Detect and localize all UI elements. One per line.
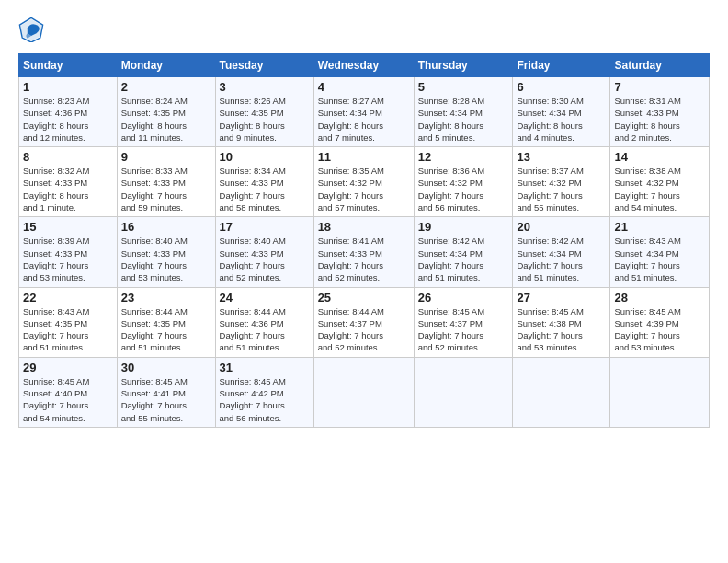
day-number: 27: [517, 291, 606, 304]
day-cell: 14Sunrise: 8:38 AM Sunset: 4:32 PM Dayli…: [610, 147, 710, 217]
day-number: 10: [220, 150, 310, 164]
day-number: 7: [614, 80, 705, 94]
day-detail: Sunrise: 8:34 AM Sunset: 4:33 PM Dayligh…: [220, 165, 310, 213]
calendar-table: SundayMondayTuesdayWednesdayThursdayFrid…: [18, 53, 710, 428]
day-number: 22: [23, 291, 113, 304]
day-cell: 27Sunrise: 8:45 AM Sunset: 4:38 PM Dayli…: [513, 287, 610, 357]
day-number: 11: [318, 150, 410, 164]
day-cell: 1Sunrise: 8:23 AM Sunset: 4:36 PM Daylig…: [19, 77, 118, 147]
day-cell: 4Sunrise: 8:27 AM Sunset: 4:34 PM Daylig…: [313, 77, 414, 147]
day-number: 12: [418, 150, 509, 164]
day-number: 3: [220, 80, 310, 94]
day-detail: Sunrise: 8:45 AM Sunset: 4:42 PM Dayligh…: [220, 375, 310, 424]
day-detail: Sunrise: 8:28 AM Sunset: 4:34 PM Dayligh…: [418, 95, 509, 144]
col-header-wednesday: Wednesday: [313, 54, 414, 77]
day-cell: 29Sunrise: 8:45 AM Sunset: 4:40 PM Dayli…: [19, 357, 118, 427]
day-detail: Sunrise: 8:30 AM Sunset: 4:34 PM Dayligh…: [517, 95, 606, 144]
week-row-1: 1Sunrise: 8:23 AM Sunset: 4:36 PM Daylig…: [19, 77, 710, 147]
week-row-3: 15Sunrise: 8:39 AM Sunset: 4:33 PM Dayli…: [19, 217, 710, 287]
day-cell: 25Sunrise: 8:44 AM Sunset: 4:37 PM Dayli…: [313, 287, 414, 357]
day-cell: 8Sunrise: 8:32 AM Sunset: 4:33 PM Daylig…: [19, 147, 118, 217]
day-number: 4: [318, 80, 410, 94]
day-cell: 22Sunrise: 8:43 AM Sunset: 4:35 PM Dayli…: [19, 287, 118, 357]
day-detail: Sunrise: 8:44 AM Sunset: 4:37 PM Dayligh…: [318, 305, 410, 354]
day-cell: 18Sunrise: 8:41 AM Sunset: 4:33 PM Dayli…: [313, 217, 414, 287]
day-detail: Sunrise: 8:40 AM Sunset: 4:33 PM Dayligh…: [220, 235, 310, 283]
logo-icon: [18, 17, 44, 42]
day-detail: Sunrise: 8:45 AM Sunset: 4:40 PM Dayligh…: [23, 375, 113, 424]
day-cell: 10Sunrise: 8:34 AM Sunset: 4:33 PM Dayli…: [215, 147, 313, 217]
col-header-monday: Monday: [117, 54, 215, 77]
day-cell: [313, 357, 414, 427]
day-detail: Sunrise: 8:35 AM Sunset: 4:32 PM Dayligh…: [318, 165, 410, 213]
day-cell: 2Sunrise: 8:24 AM Sunset: 4:35 PM Daylig…: [117, 77, 215, 147]
day-number: 6: [517, 80, 606, 94]
day-detail: Sunrise: 8:38 AM Sunset: 4:32 PM Dayligh…: [614, 165, 705, 213]
day-cell: 23Sunrise: 8:44 AM Sunset: 4:35 PM Dayli…: [117, 287, 215, 357]
header-row: SundayMondayTuesdayWednesdayThursdayFrid…: [19, 54, 710, 77]
day-cell: 7Sunrise: 8:31 AM Sunset: 4:33 PM Daylig…: [610, 77, 710, 147]
day-detail: Sunrise: 8:26 AM Sunset: 4:35 PM Dayligh…: [220, 95, 310, 144]
day-number: 21: [614, 220, 705, 234]
day-detail: Sunrise: 8:23 AM Sunset: 4:36 PM Dayligh…: [23, 95, 113, 144]
day-cell: 16Sunrise: 8:40 AM Sunset: 4:33 PM Dayli…: [117, 217, 215, 287]
day-number: 23: [121, 291, 211, 304]
day-detail: Sunrise: 8:45 AM Sunset: 4:37 PM Dayligh…: [418, 305, 509, 354]
day-detail: Sunrise: 8:33 AM Sunset: 4:33 PM Dayligh…: [121, 165, 211, 213]
week-row-5: 29Sunrise: 8:45 AM Sunset: 4:40 PM Dayli…: [19, 357, 710, 427]
day-number: 17: [220, 220, 310, 234]
day-number: 9: [121, 150, 211, 164]
day-detail: Sunrise: 8:45 AM Sunset: 4:41 PM Dayligh…: [121, 375, 211, 424]
day-cell: 20Sunrise: 8:42 AM Sunset: 4:34 PM Dayli…: [513, 217, 610, 287]
day-number: 28: [614, 291, 705, 304]
day-number: 19: [418, 220, 509, 234]
day-detail: Sunrise: 8:39 AM Sunset: 4:33 PM Dayligh…: [23, 235, 113, 283]
day-cell: 11Sunrise: 8:35 AM Sunset: 4:32 PM Dayli…: [313, 147, 414, 217]
day-cell: [513, 357, 610, 427]
day-detail: Sunrise: 8:42 AM Sunset: 4:34 PM Dayligh…: [517, 235, 606, 283]
day-cell: 5Sunrise: 8:28 AM Sunset: 4:34 PM Daylig…: [414, 77, 513, 147]
day-detail: Sunrise: 8:24 AM Sunset: 4:35 PM Dayligh…: [121, 95, 211, 144]
day-cell: 13Sunrise: 8:37 AM Sunset: 4:32 PM Dayli…: [513, 147, 610, 217]
day-detail: Sunrise: 8:45 AM Sunset: 4:38 PM Dayligh…: [517, 305, 606, 354]
day-number: 15: [23, 220, 113, 234]
day-detail: Sunrise: 8:44 AM Sunset: 4:35 PM Dayligh…: [121, 305, 211, 354]
day-cell: 31Sunrise: 8:45 AM Sunset: 4:42 PM Dayli…: [215, 357, 313, 427]
day-number: 8: [23, 150, 113, 164]
day-detail: Sunrise: 8:37 AM Sunset: 4:32 PM Dayligh…: [517, 165, 606, 213]
day-number: 29: [23, 361, 113, 374]
col-header-sunday: Sunday: [19, 54, 118, 77]
day-number: 26: [418, 291, 509, 304]
day-number: 25: [318, 291, 410, 304]
col-header-saturday: Saturday: [610, 54, 710, 77]
day-detail: Sunrise: 8:32 AM Sunset: 4:33 PM Dayligh…: [23, 165, 113, 213]
week-row-4: 22Sunrise: 8:43 AM Sunset: 4:35 PM Dayli…: [19, 287, 710, 357]
day-detail: Sunrise: 8:27 AM Sunset: 4:34 PM Dayligh…: [318, 95, 410, 144]
day-cell: 24Sunrise: 8:44 AM Sunset: 4:36 PM Dayli…: [215, 287, 313, 357]
day-cell: 6Sunrise: 8:30 AM Sunset: 4:34 PM Daylig…: [513, 77, 610, 147]
day-number: 13: [517, 150, 606, 164]
day-number: 14: [614, 150, 705, 164]
day-cell: 28Sunrise: 8:45 AM Sunset: 4:39 PM Dayli…: [610, 287, 710, 357]
day-detail: Sunrise: 8:43 AM Sunset: 4:34 PM Dayligh…: [614, 235, 705, 283]
day-cell: 15Sunrise: 8:39 AM Sunset: 4:33 PM Dayli…: [19, 217, 118, 287]
day-cell: 12Sunrise: 8:36 AM Sunset: 4:32 PM Dayli…: [414, 147, 513, 217]
col-header-tuesday: Tuesday: [215, 54, 313, 77]
day-detail: Sunrise: 8:41 AM Sunset: 4:33 PM Dayligh…: [318, 235, 410, 283]
day-detail: Sunrise: 8:43 AM Sunset: 4:35 PM Dayligh…: [23, 305, 113, 354]
week-row-2: 8Sunrise: 8:32 AM Sunset: 4:33 PM Daylig…: [19, 147, 710, 217]
day-detail: Sunrise: 8:31 AM Sunset: 4:33 PM Dayligh…: [614, 95, 705, 144]
day-number: 5: [418, 80, 509, 94]
day-number: 16: [121, 220, 211, 234]
day-number: 2: [121, 80, 211, 94]
day-number: 24: [220, 291, 310, 304]
day-detail: Sunrise: 8:36 AM Sunset: 4:32 PM Dayligh…: [418, 165, 509, 213]
day-detail: Sunrise: 8:45 AM Sunset: 4:39 PM Dayligh…: [614, 305, 705, 354]
logo: [18, 17, 48, 42]
day-detail: Sunrise: 8:40 AM Sunset: 4:33 PM Dayligh…: [121, 235, 211, 283]
day-cell: 9Sunrise: 8:33 AM Sunset: 4:33 PM Daylig…: [117, 147, 215, 217]
day-cell: 3Sunrise: 8:26 AM Sunset: 4:35 PM Daylig…: [215, 77, 313, 147]
header: [18, 17, 710, 42]
day-cell: 26Sunrise: 8:45 AM Sunset: 4:37 PM Dayli…: [414, 287, 513, 357]
day-number: 20: [517, 220, 606, 234]
